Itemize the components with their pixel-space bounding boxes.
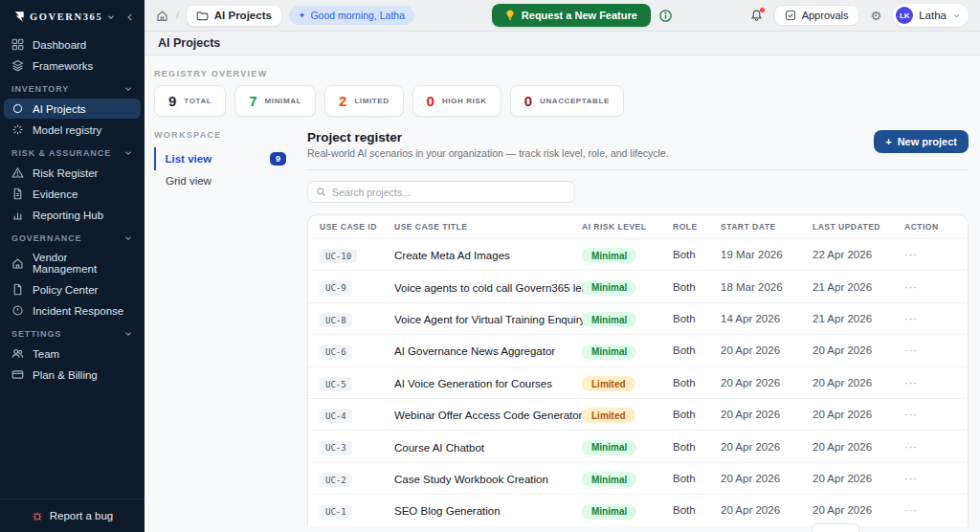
- stat-card-unacceptable[interactable]: 0UNACCEPTABLE: [510, 85, 624, 117]
- row-actions-button[interactable]: ···: [899, 313, 968, 324]
- risk-level-cell: Limited: [576, 374, 667, 392]
- register-heading: Project register Real-world AI scenarios…: [307, 130, 669, 159]
- stat-card-limited[interactable]: 2LIMITED: [324, 85, 404, 117]
- request-feature-button[interactable]: Request a New Feature: [492, 4, 651, 27]
- plus-icon: +: [885, 136, 891, 147]
- gear-icon[interactable]: ⚙: [871, 10, 882, 22]
- stat-value: 0: [524, 93, 532, 109]
- stat-card-total[interactable]: 9TOTAL: [154, 85, 226, 117]
- chevron-down-icon[interactable]: [123, 233, 133, 243]
- use-case-id-cell: UC-5: [308, 374, 389, 392]
- role-cell: Both: [667, 504, 715, 516]
- sidebar-item-model-registry[interactable]: Model registry: [4, 120, 141, 140]
- sidebar-item-risk-register[interactable]: Risk Register: [4, 163, 141, 183]
- check-square-icon: [785, 10, 796, 21]
- approvals-button[interactable]: Approvals: [774, 5, 859, 26]
- breadcrumb: / AI Projects ✦ Good morning, Latha: [156, 6, 414, 26]
- register-subtitle: Real-world AI scenarios in your organiza…: [307, 147, 669, 159]
- sidebar-item-dashboard[interactable]: Dashboard: [4, 34, 141, 55]
- search-input[interactable]: [332, 187, 567, 198]
- table-row[interactable]: UC-1SEO Blog GenerationMinimalBoth20 Apr…: [308, 494, 968, 525]
- main-area: / AI Projects ✦ Good morning, Latha Requ…: [145, 0, 980, 532]
- sidebar-item-incident-response[interactable]: Incident Response: [4, 300, 141, 321]
- greeting-badge: ✦ Good morning, Latha: [289, 6, 414, 25]
- row-actions-button[interactable]: ···: [899, 344, 968, 356]
- govern365-logo-icon: [11, 10, 26, 24]
- sidebar-item-vendor-management[interactable]: Vendor Management: [4, 248, 141, 278]
- table-row[interactable]: UC-5AI Voice Generation for CoursesLimit…: [308, 366, 968, 398]
- sidebar-item-ai-projects[interactable]: AI Projects: [4, 99, 141, 119]
- user-menu[interactable]: LK Latha: [893, 4, 969, 27]
- sidebar-section-header: SETTINGS: [0, 321, 145, 343]
- page-title-bar: AI Projects: [145, 32, 980, 55]
- sidebar-item-evidence[interactable]: Evidence: [4, 184, 141, 204]
- workspace-view-list-view[interactable]: List view9: [154, 147, 294, 170]
- row-actions-button[interactable]: ···: [899, 409, 968, 420]
- report-a-bug-button[interactable]: Report a bug: [0, 499, 145, 532]
- column-header: USE CASE TITLE: [389, 222, 576, 232]
- workspace-panel: WORKSPACE List view9Grid view: [154, 130, 307, 191]
- breadcrumb-current[interactable]: AI Projects: [187, 6, 281, 26]
- table-row[interactable]: UC-6AI Governance News AggregatorMinimal…: [308, 334, 968, 366]
- row-actions-button[interactable]: ···: [899, 441, 968, 453]
- row-actions-button[interactable]: ···: [899, 504, 968, 516]
- home-icon[interactable]: [156, 10, 168, 22]
- breadcrumb-current-label: AI Projects: [214, 10, 272, 21]
- table-row[interactable]: UC-2Case Study Workbook CreationMinimalB…: [308, 462, 968, 494]
- users-icon: [11, 347, 24, 360]
- row-actions-button[interactable]: ···: [899, 281, 968, 293]
- info-icon[interactable]: [658, 9, 673, 23]
- new-project-button[interactable]: + New project: [874, 130, 969, 153]
- last-updated-cell: 20 Apr 2026: [807, 504, 899, 516]
- use-case-title-cell: SEO Blog Generation: [389, 501, 576, 519]
- row-actions-button[interactable]: ···: [899, 249, 968, 260]
- row-actions-button[interactable]: ···: [899, 377, 968, 388]
- brand-chevron-down-icon[interactable]: [106, 12, 116, 22]
- risk-level-cell: Limited: [576, 406, 667, 424]
- app-window: GOVERN365 DashboardFrameworksINVENTORYAI…: [0, 0, 980, 532]
- use-case-id-badge: UC-6: [320, 345, 352, 360]
- table-row[interactable]: UC-8Voice Agent for Virtual Training Enq…: [308, 302, 968, 334]
- use-case-id-badge: UC-3: [320, 441, 352, 455]
- risk-level-cell: Minimal: [576, 277, 667, 296]
- last-updated-cell: 21 Apr 2026: [807, 313, 899, 324]
- sidebar-item-policy-center[interactable]: Policy Center: [4, 279, 141, 299]
- table-row[interactable]: UC-3Course AI ChatbotMinimalBoth20 Apr 2…: [308, 430, 968, 461]
- chevron-down-icon[interactable]: [123, 329, 133, 339]
- sidebar-section-label: SETTINGS: [11, 329, 61, 339]
- sidebar-item-label: Plan & Billing: [33, 369, 98, 381]
- search-box: [307, 181, 575, 203]
- role-cell: Both: [667, 313, 715, 324]
- chevron-down-icon[interactable]: [123, 84, 133, 94]
- sidebar-item-team[interactable]: Team: [4, 344, 141, 364]
- stat-value: 9: [168, 93, 176, 109]
- lightbulb-icon: [505, 10, 515, 21]
- pagination-button[interactable]: [812, 523, 859, 532]
- sidebar-section-label: INVENTORY: [11, 84, 69, 94]
- sidebar-collapse-icon[interactable]: [125, 12, 135, 22]
- table-row[interactable]: UC-10Create Meta Ad ImagesMinimalBoth19 …: [308, 238, 968, 270]
- sidebar-item-frameworks[interactable]: Frameworks: [4, 55, 141, 76]
- chevron-down-icon[interactable]: [123, 148, 133, 158]
- credit-card-icon: [11, 368, 24, 381]
- workspace-view-grid-view[interactable]: Grid view: [154, 170, 294, 191]
- notification-dot: [760, 8, 765, 12]
- row-actions-button[interactable]: ···: [899, 473, 968, 484]
- workspace-views: List view9Grid view: [154, 147, 294, 191]
- circle-icon: [11, 102, 24, 115]
- stat-card-minimal[interactable]: 7MINIMAL: [234, 85, 316, 117]
- use-case-title-cell: Voice agents to cold call Govern365 lea.…: [389, 278, 576, 296]
- registry-overview-label: REGISTRY OVERVIEW: [154, 69, 969, 78]
- last-updated-cell: 20 Apr 2026: [807, 344, 899, 356]
- sidebar-item-reporting-hub[interactable]: Reporting Hub: [4, 205, 141, 225]
- sidebar-item-plan-billing[interactable]: Plan & Billing: [4, 365, 141, 385]
- table-row[interactable]: UC-4Webinar Offer Access Code GeneratorL…: [308, 398, 968, 430]
- notifications-bell-icon[interactable]: [750, 9, 763, 22]
- stat-card-high-risk[interactable]: 0HIGH RISK: [412, 85, 501, 117]
- risk-level-cell: Minimal: [576, 246, 667, 264]
- role-cell: Both: [667, 441, 715, 453]
- stat-label: UNACCEPTABLE: [540, 97, 610, 105]
- risk-level-cell: Minimal: [576, 470, 667, 488]
- risk-badge: Minimal: [582, 504, 636, 520]
- table-row[interactable]: UC-9Voice agents to cold call Govern365 …: [308, 270, 968, 301]
